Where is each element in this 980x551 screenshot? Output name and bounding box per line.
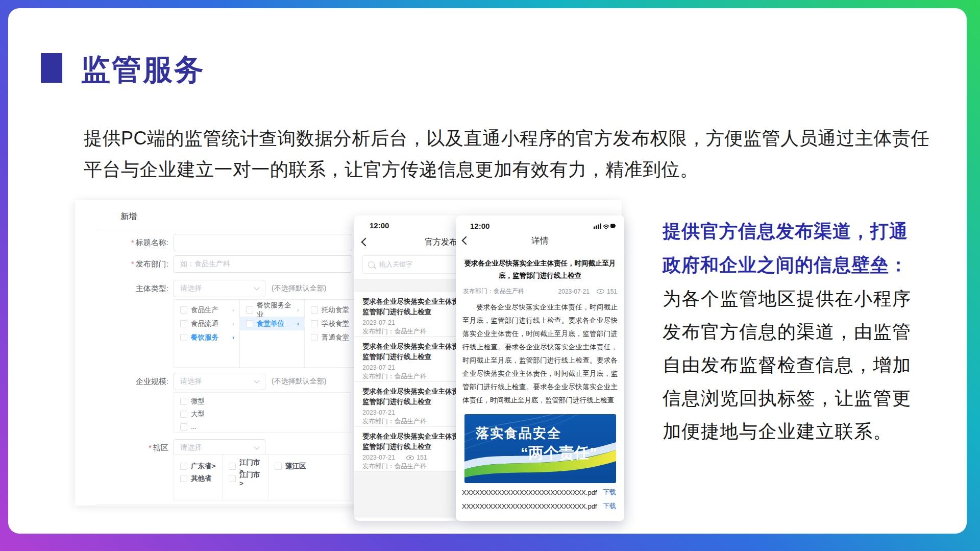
- page-title: 监管服务: [81, 50, 205, 90]
- subject-option[interactable]: 餐饮服务企业›: [240, 303, 304, 317]
- region-option[interactable]: 江门市>: [223, 472, 268, 485]
- dept-placeholder: 如：食品生产科: [180, 259, 230, 269]
- article-banner-image: 落实食品安全 “两个责任”: [464, 414, 616, 483]
- region-option[interactable]: 蓬江区: [268, 460, 351, 472]
- list-item[interactable]: 要求各企业尽快落实企业主体责任，时间截止至月底， 监管部门进行线上检查 2023…: [354, 427, 456, 472]
- highlight-panel: 提供官方信息发布渠道，打通 政府和企业之间的信息壁垒： 为各个监管地区提供在小程…: [663, 214, 938, 448]
- article-date: 2023-07-21: [558, 288, 590, 295]
- search-placeholder: 输入关键字: [379, 260, 412, 269]
- region-option[interactable]: 广东省>: [174, 460, 222, 472]
- checkbox-icon[interactable]: [246, 306, 253, 314]
- checkbox-icon[interactable]: [246, 320, 253, 327]
- highlight-headline: 提供官方信息发布渠道，打通 政府和企业之间的信息壁垒：: [663, 214, 938, 282]
- checkbox-icon[interactable]: [180, 320, 187, 327]
- region-option[interactable]: 其他省: [174, 472, 222, 485]
- subject-type-select[interactable]: 请选择: [174, 280, 265, 297]
- chevron-down-icon: [254, 444, 259, 449]
- chevron-right-icon: ›: [297, 320, 299, 327]
- checkbox-icon[interactable]: [275, 463, 282, 470]
- list-item[interactable]: 要求各企业尽快落实企业主体责任，时间截止至月底， 监管部门进行线上检查 2023…: [354, 337, 456, 382]
- slide-card: 监管服务 提供PC端的监管统计查询数据分析后台，以及直通小程序的官方发布权限，方…: [8, 8, 967, 534]
- checkbox-icon[interactable]: [229, 475, 236, 482]
- checkbox-icon[interactable]: [180, 411, 187, 418]
- scale-options-box: 微型 大型 ...: [174, 392, 351, 433]
- subject-col-2: 餐饮服务企业› 食堂单位›: [240, 300, 305, 367]
- views-badge: 151: [597, 288, 617, 295]
- region-options-box: 广东省> 其他省 江门市> 江门市> 蓬江区: [174, 454, 351, 500]
- region-select[interactable]: 请选择: [174, 439, 265, 457]
- intro-line: 平台与企业建立一对一的联系，让官方传递信息更加有效有力，精准到位。: [84, 154, 941, 185]
- eye-icon: [597, 289, 604, 294]
- download-link[interactable]: 下载: [603, 488, 616, 497]
- subject-option-selected[interactable]: 食堂单位›: [240, 317, 304, 330]
- intro-line: 提供PC端的监管统计查询数据分析后台，以及直通小程序的官方发布权限，方便监管人员…: [84, 123, 941, 154]
- field-label-scale: 企业规模:: [80, 377, 174, 387]
- views-badge: 151: [406, 454, 427, 461]
- attachment-name: XXXXXXXXXXXXXXXXXXXXXXXXXXXX.pdf: [462, 502, 597, 510]
- item-date: 2023-07-21: [362, 364, 395, 371]
- scale-hint: (不选择默认全部): [272, 377, 326, 386]
- checkbox-icon[interactable]: [229, 463, 236, 470]
- chevron-down-icon: [254, 284, 259, 290]
- subject-option-active[interactable]: 餐饮服务›: [174, 330, 239, 344]
- field-label-dept: *发布部门:: [80, 259, 174, 269]
- list-gap: [354, 472, 456, 518]
- highlight-body: 为各个监管地区提供在小程序 发布官方信息的渠道，由监管 自由发布监督检查信息，增…: [663, 282, 938, 448]
- item-dept: 发布部门：食品生产科: [362, 372, 456, 381]
- region-col-1: 广东省> 其他省: [174, 455, 223, 500]
- item-dept: 发布部门：食品生产科: [362, 462, 456, 471]
- checkbox-icon[interactable]: [311, 334, 318, 341]
- chevron-right-icon: ›: [232, 320, 234, 327]
- banner-text-line1: 落实食品安全: [476, 424, 561, 442]
- scale-select[interactable]: 请选择: [174, 373, 265, 390]
- article-dept: 发布部门：食品生产科: [463, 287, 524, 296]
- status-bar: 12:00: [456, 215, 624, 230]
- search-input[interactable]: 输入关键字: [362, 255, 456, 274]
- status-time: 12:00: [370, 221, 389, 230]
- dept-input[interactable]: 如：食品生产科: [174, 255, 352, 273]
- status-bar: 12:00: [354, 215, 456, 232]
- checkbox-icon[interactable]: [180, 306, 187, 314]
- checkbox-icon[interactable]: [180, 398, 187, 405]
- status-icons: [594, 223, 616, 229]
- scale-option[interactable]: 微型: [174, 395, 351, 408]
- subject-option[interactable]: 食品流通›: [174, 317, 239, 330]
- list-item[interactable]: 要求各企业尽快落实企业主体责任，时间截止至月底， 监管部门进行线上检查 2023…: [354, 292, 456, 337]
- battery-icon: [610, 224, 616, 228]
- checkbox-icon[interactable]: [311, 320, 318, 327]
- subject-col-1: 食品生产› 食品流通› 餐饮服务›: [174, 300, 240, 367]
- chevron-down-icon: [254, 377, 259, 383]
- status-time: 12:00: [470, 222, 489, 230]
- item-dept: 发布部门：食品生产科: [362, 327, 456, 336]
- views-count: 151: [607, 288, 617, 295]
- item-dept: 发布部门：食品生产科: [362, 417, 456, 426]
- title-bullet-square: [41, 53, 62, 83]
- article-meta: 发布部门：食品生产科 2023-07-21 151: [463, 287, 617, 296]
- region-col-2: 江门市> 江门市>: [223, 455, 268, 500]
- checkbox-icon[interactable]: [311, 306, 318, 314]
- list-item[interactable]: 要求各企业尽快落实企业主体责任，时间截止至月底， 监管部门进行线上检查 2023…: [354, 382, 456, 427]
- nav-title: 详情: [456, 235, 624, 247]
- subject-option[interactable]: 食品生产›: [174, 303, 239, 317]
- nav-bar: 官方发布: [354, 232, 456, 252]
- scale-option[interactable]: ...: [174, 420, 351, 433]
- checkbox-icon[interactable]: [180, 334, 187, 341]
- chevron-right-icon: ›: [297, 306, 299, 314]
- checkbox-icon[interactable]: [180, 423, 187, 430]
- field-label-subject: 主体类型:: [80, 284, 174, 294]
- checkbox-icon[interactable]: [180, 463, 187, 470]
- subject-hint: (不选择默认全部): [272, 284, 326, 293]
- list-gap: [354, 279, 456, 292]
- eye-icon: [406, 456, 414, 460]
- article-title: 要求各企业尽快落实企业主体责任，时间截止至月底，监管部门进行线上检查: [464, 257, 616, 282]
- attachment-name: XXXXXXXXXXXXXXXXXXXXXXXXXXXX.pdf: [462, 489, 597, 496]
- item-date: 2023-07-21: [362, 319, 395, 326]
- checkbox-icon[interactable]: [180, 475, 187, 482]
- article-body: 要求各企业尽快落实企业主体责任，时间截止至月底，监管部门进行线上检查。要求各企业…: [462, 301, 618, 407]
- search-icon: [368, 261, 375, 268]
- title-input[interactable]: [174, 234, 352, 251]
- chevron-right-icon: ›: [232, 306, 234, 314]
- wifi-icon: [604, 225, 609, 227]
- scale-option[interactable]: 大型: [174, 408, 351, 420]
- download-link[interactable]: 下载: [603, 501, 616, 511]
